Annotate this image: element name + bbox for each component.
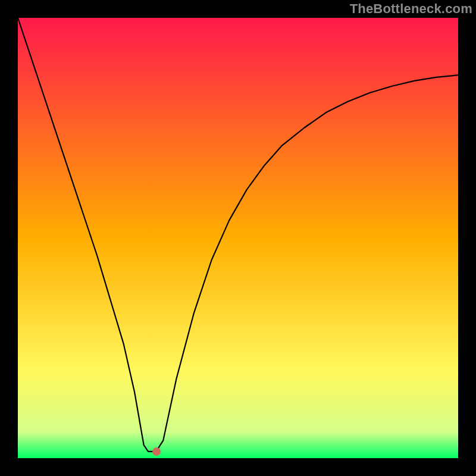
optimum-marker — [152, 447, 161, 456]
chart-plot — [18, 18, 458, 458]
watermark-label: TheBottleneck.com — [350, 1, 472, 17]
chart-frame: TheBottleneck.com — [0, 0, 476, 476]
